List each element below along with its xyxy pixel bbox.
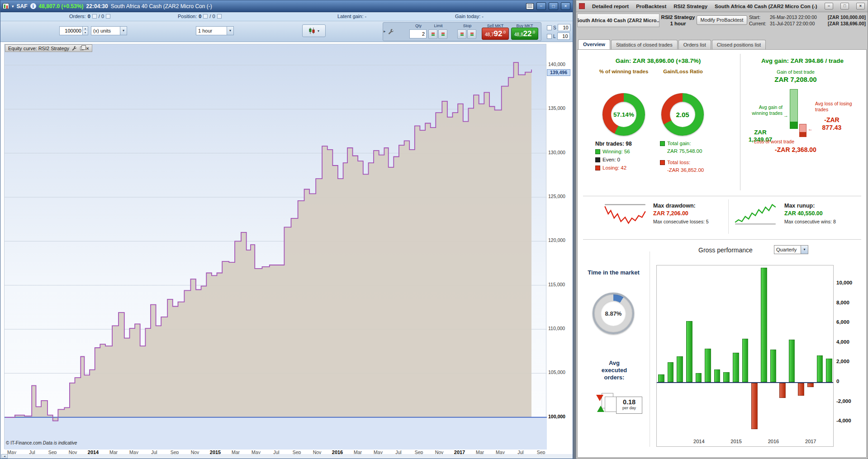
panel-settings-wrench-icon[interactable] bbox=[71, 46, 77, 51]
qty-header: Qty bbox=[415, 24, 422, 28]
performance-bar bbox=[668, 362, 674, 382]
chart-window: ▾ SAF i 48,807.0 (+0.53%) 22:04:30 South… bbox=[0, 0, 573, 459]
sell-stop-button[interactable] bbox=[457, 29, 466, 39]
buy-order-arrow-icon bbox=[597, 406, 604, 412]
scroll-left-icon[interactable]: ◂ bbox=[1, 454, 8, 459]
avg-orders-label: Avg executed orders: bbox=[598, 360, 631, 381]
time-in-market-value: 8.87% bbox=[605, 310, 622, 317]
runup-sparkline-icon bbox=[734, 201, 777, 227]
buy-limit-button[interactable] bbox=[438, 29, 447, 39]
quantity-input[interactable] bbox=[60, 27, 82, 35]
avg-orders-value-box: 0.18 per day bbox=[616, 397, 642, 414]
report-title-segment: ProBacktest bbox=[636, 4, 666, 9]
performance-bar bbox=[789, 340, 795, 382]
instrument-menu-caret-icon[interactable]: ▾ bbox=[12, 4, 14, 9]
position-list-icon[interactable] bbox=[217, 14, 222, 19]
equity-curve-panel-tab: Equity curve: RSI2 Strategy × bbox=[5, 44, 92, 52]
worst-trade-label: Loss of worst trade bbox=[747, 139, 794, 144]
chart-toolbar: ▴▾ (x) units ▾ 1 hour ▾ ▾ ▸ bbox=[0, 21, 573, 42]
performance-bar bbox=[714, 369, 721, 382]
order-ticket: ▸ Qty Limit Stop Sell MKT Buy MKT 48,792… bbox=[383, 22, 541, 41]
winning-legend-icon bbox=[595, 149, 600, 154]
orders-icon[interactable] bbox=[92, 14, 97, 19]
total-loss-legend-icon bbox=[660, 160, 665, 165]
total-gain-label: Total gain: bbox=[667, 141, 691, 146]
report-app-icon bbox=[579, 3, 585, 9]
report-maximize-button[interactable]: □ bbox=[840, 3, 849, 9]
info-icon[interactable]: i bbox=[30, 3, 36, 9]
avg-loss-arrow-icon: ← bbox=[808, 126, 813, 132]
gain-loss-ratio-label: Gain/Loss Ratio bbox=[658, 68, 708, 75]
report-title-segment: South Africa 40 Cash (ZAR2 Micro Con (-) bbox=[715, 4, 817, 9]
collapse-ticket-icon[interactable]: ▸ bbox=[384, 29, 386, 33]
tab-statistics[interactable]: Statistics of closed trades bbox=[611, 40, 678, 49]
instrument-icon bbox=[3, 3, 9, 9]
drawdown-sparkline-icon bbox=[603, 201, 647, 227]
total-loss-label: Total loss: bbox=[667, 160, 690, 165]
timeframe-dropdown-icon[interactable]: ▾ bbox=[227, 27, 233, 35]
performance-bar bbox=[696, 373, 702, 382]
buy-stop-button[interactable] bbox=[467, 29, 476, 39]
equity-y-tick: 110,000 bbox=[548, 326, 565, 331]
quantity-stepper[interactable]: ▴▾ bbox=[59, 26, 88, 35]
units-select[interactable]: (x) units ▾ bbox=[91, 26, 127, 35]
gross-performance-chart: 2014201520162017 bbox=[656, 265, 834, 447]
time-in-market-label: Time in the market bbox=[588, 269, 640, 276]
perf-y-tick: 0 bbox=[836, 379, 839, 384]
even-count: Even: 0 bbox=[602, 157, 620, 162]
total-gain-headline: Gain: ZAR 38,696.00 (+38.7%) bbox=[576, 57, 740, 64]
quantity-up-icon[interactable]: ▴ bbox=[83, 27, 88, 31]
period-dropdown-icon[interactable]: ▾ bbox=[801, 246, 808, 254]
gain-loss-ratio-donut: 2.05 bbox=[661, 93, 704, 136]
perf-y-tick: 8,000 bbox=[836, 300, 849, 305]
timeframe-select[interactable]: 1 hour ▾ bbox=[196, 26, 234, 35]
buy-market-button[interactable]: 48,822.0 bbox=[511, 28, 538, 40]
workspace-list-icon[interactable] bbox=[526, 3, 534, 9]
sell-limit-button[interactable] bbox=[428, 29, 437, 39]
minimize-button[interactable]: − bbox=[536, 2, 546, 10]
orders-list-icon[interactable] bbox=[106, 14, 110, 19]
nbr-trades: Nbr trades: 98 bbox=[595, 141, 632, 147]
modify-probacktest-button[interactable]: Modify ProBacktest bbox=[697, 15, 747, 25]
units-dropdown-icon[interactable]: ▾ bbox=[120, 27, 127, 35]
perf-year-label: 2014 bbox=[693, 439, 704, 444]
equity-chart-plot[interactable] bbox=[4, 44, 546, 449]
max-runup-label: Max runup: bbox=[784, 203, 815, 209]
tab-closed-positions[interactable]: Closed positions list bbox=[712, 40, 766, 49]
max-runup-value: ZAR 40,550.00 bbox=[784, 210, 823, 217]
ticket-settings-wrench-icon[interactable] bbox=[388, 28, 394, 35]
symbol-label: SAF bbox=[17, 3, 28, 9]
tab-overview[interactable]: Overview bbox=[578, 39, 610, 49]
position-icon[interactable] bbox=[203, 14, 208, 19]
panel-close-icon[interactable]: × bbox=[86, 46, 89, 51]
performance-bar bbox=[798, 383, 804, 396]
sell-market-button[interactable]: 48,792.0 bbox=[482, 28, 509, 40]
period-select[interactable]: Quarterly ▾ bbox=[774, 245, 808, 254]
performance-bar bbox=[751, 383, 758, 429]
below-baseline-strip bbox=[5, 417, 547, 450]
quantity-down-icon[interactable]: ▾ bbox=[83, 31, 88, 35]
position-info-row: Orders:0 / 0 Position:0 / 0 Latent gain:… bbox=[0, 12, 573, 21]
window-title: South Africa 40 Cash (ZAR2 Micro Con (-) bbox=[111, 3, 212, 9]
perf-y-tick: -4,000 bbox=[836, 418, 851, 423]
ticket-qty-input[interactable] bbox=[409, 29, 427, 38]
strategy-timeframe: 1 hour bbox=[660, 20, 696, 27]
performance-bar bbox=[817, 355, 823, 382]
tab-orders-list[interactable]: Orders list bbox=[678, 40, 711, 49]
perf-y-tick: 6,000 bbox=[836, 319, 849, 325]
panel-duplicate-icon[interactable] bbox=[80, 47, 84, 50]
last-price-change: 48,807.0 (+0.53%) bbox=[39, 3, 84, 9]
total-gain-value: ZAR 75,548.00 bbox=[667, 148, 702, 154]
max-drawdown-value: ZAR 7,206.00 bbox=[653, 210, 688, 217]
max-consecutive-losses: Max consecutive losses: 5 bbox=[653, 219, 709, 224]
chart-style-button[interactable]: ▾ bbox=[302, 24, 326, 37]
avg-orders-value: 0.18 bbox=[617, 398, 642, 406]
perf-year-label: 2017 bbox=[805, 439, 816, 444]
perf-year-label: 2016 bbox=[768, 439, 779, 444]
report-close-button[interactable]: × bbox=[856, 3, 865, 9]
performance-bar bbox=[826, 359, 832, 382]
report-titlebar: Detailed report ProBacktest RSI2 Strateg… bbox=[576, 0, 868, 12]
report-minimize-button[interactable]: − bbox=[825, 3, 833, 9]
stop-header: Stop bbox=[463, 24, 472, 28]
strategy-name-block: RSI2 Strategy 1 hour bbox=[660, 14, 696, 27]
